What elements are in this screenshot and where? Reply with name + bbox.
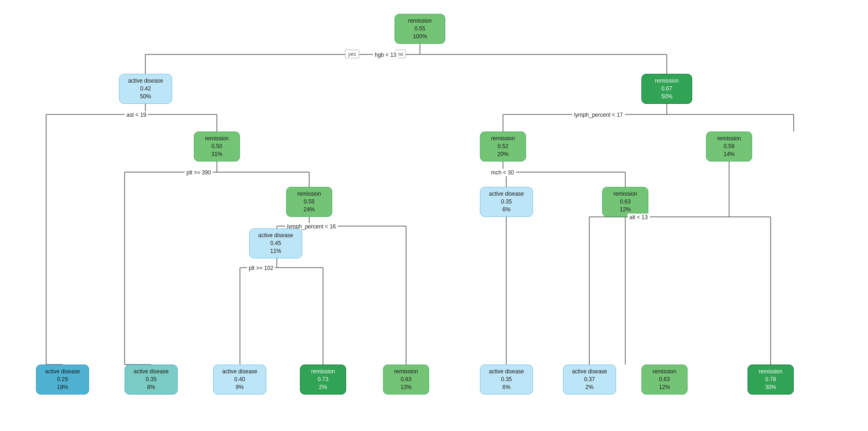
node-leaf5-val: 0.63 <box>388 376 424 383</box>
node-leaf6-label: active disease <box>485 368 528 376</box>
node-l2-rl: remission 0.59 14% <box>706 132 752 162</box>
node-leaf1-pct: 18% <box>41 383 84 391</box>
node-leaf4-val: 0.73 <box>305 376 341 383</box>
node-l3-lrl-val: 0.35 <box>485 198 528 206</box>
node-l3-lrl-pct: 6% <box>485 206 528 214</box>
svg-text:yes: yes <box>347 51 356 57</box>
node-l1-right-label: remission <box>647 77 687 85</box>
node-l3-lll-label: remission <box>291 190 327 198</box>
node-leaf5-pct: 13% <box>388 383 424 391</box>
node-l1-left-label: active disease <box>124 77 167 85</box>
split-plt102: plt >= 102 <box>247 264 275 272</box>
node-l3-lll-val: 0.55 <box>291 198 327 206</box>
split-plt390: plt >= 390 <box>185 169 213 176</box>
tree-container: yes no remission 0.55 100% hgb < 13 acti… <box>0 0 868 431</box>
node-leaf3-val: 0.40 <box>218 376 261 383</box>
node-l2-ll: remission 0.50 31% <box>194 132 240 162</box>
split-mch: mch < 30 <box>489 169 516 176</box>
node-l3-llr-pct: 11% <box>254 247 297 255</box>
node-leaf9-label: remission <box>753 368 789 376</box>
node-l3-lrr-label: remission <box>607 190 643 198</box>
node-l2-lr-label: remission <box>485 135 521 143</box>
node-l1-left-pct: 50% <box>124 93 167 101</box>
node-l2-ll-label: remission <box>199 135 235 143</box>
split-root: hgb < 13 <box>373 51 398 59</box>
node-l3-llr-val: 0.45 <box>254 239 297 247</box>
node-leaf2-label: active disease <box>130 368 173 376</box>
split-alt: alt < 13 <box>628 214 650 221</box>
node-l1-right-val: 0.67 <box>647 85 687 93</box>
node-l3-llr-label: active disease <box>254 232 297 239</box>
node-leaf6-pct: 6% <box>485 383 528 391</box>
node-l2-lr-pct: 20% <box>485 150 521 158</box>
node-l1-right-pct: 50% <box>647 93 687 101</box>
node-leaf8: remission 0.63 12% <box>641 365 688 395</box>
node-leaf2: active disease 0.35 8% <box>125 365 178 395</box>
node-leaf7-label: active disease <box>568 368 611 376</box>
node-l3-lll: remission 0.55 24% <box>286 187 332 217</box>
node-leaf7: active disease 0.37 2% <box>563 365 616 395</box>
node-leaf9-pct: 30% <box>753 383 789 391</box>
node-root-pct: 100% <box>400 33 440 41</box>
node-leaf5: remission 0.63 13% <box>383 365 429 395</box>
node-leaf1-val: 0.29 <box>41 376 84 383</box>
node-l3-lrl-label: active disease <box>485 190 528 198</box>
node-l3-lll-pct: 24% <box>291 206 327 214</box>
node-leaf2-val: 0.35 <box>130 376 173 383</box>
node-leaf7-val: 0.37 <box>568 376 611 383</box>
node-leaf4-label: remission <box>305 368 341 376</box>
node-leaf3-pct: 9% <box>218 383 261 391</box>
node-leaf8-label: remission <box>647 368 682 376</box>
node-leaf2-pct: 8% <box>130 383 173 391</box>
node-leaf3: active disease 0.40 9% <box>213 365 266 395</box>
node-l2-lr-val: 0.52 <box>485 143 521 150</box>
node-leaf1: active disease 0.29 18% <box>36 365 89 395</box>
node-leaf6: active disease 0.35 6% <box>480 365 533 395</box>
node-leaf3-label: active disease <box>218 368 261 376</box>
node-l2-lr: remission 0.52 20% <box>480 132 526 162</box>
node-l2-ll-val: 0.50 <box>199 143 235 150</box>
node-leaf9-val: 0.78 <box>753 376 789 383</box>
node-l3-lrl: active disease 0.35 6% <box>480 187 533 217</box>
svg-text:no: no <box>398 51 403 57</box>
node-l2-rl-val: 0.59 <box>711 143 747 150</box>
node-leaf9: remission 0.78 30% <box>748 365 794 395</box>
split-ast: ast < 19 <box>125 111 148 119</box>
node-l3-lrr-pct: 12% <box>607 206 643 214</box>
node-l2-rl-pct: 14% <box>711 150 747 158</box>
node-root: remission 0.55 100% <box>395 14 445 44</box>
node-l1-right: remission 0.67 50% <box>641 74 692 104</box>
node-l2-ll-pct: 31% <box>199 150 235 158</box>
node-l3-lrr: remission 0.63 12% <box>602 187 648 217</box>
node-l1-left: active disease 0.42 50% <box>119 74 172 104</box>
node-leaf5-label: remission <box>388 368 424 376</box>
node-l3-llr: active disease 0.45 11% <box>249 228 302 258</box>
node-leaf4-pct: 2% <box>305 383 341 391</box>
node-l3-lrr-val: 0.63 <box>607 198 643 206</box>
node-leaf7-pct: 2% <box>568 383 611 391</box>
node-leaf8-val: 0.63 <box>647 376 682 383</box>
node-leaf8-pct: 12% <box>647 383 682 391</box>
split-lymph17: lymph_percent < 17 <box>572 111 625 119</box>
node-leaf4: remission 0.73 2% <box>300 365 346 395</box>
node-root-val: 0.55 <box>400 25 440 33</box>
node-leaf1-label: active disease <box>41 368 84 376</box>
node-l1-left-val: 0.42 <box>124 85 167 93</box>
node-root-label: remission <box>400 17 440 25</box>
svg-rect-37 <box>345 50 359 58</box>
node-leaf6-val: 0.35 <box>485 376 528 383</box>
node-l2-rl-label: remission <box>711 135 747 143</box>
